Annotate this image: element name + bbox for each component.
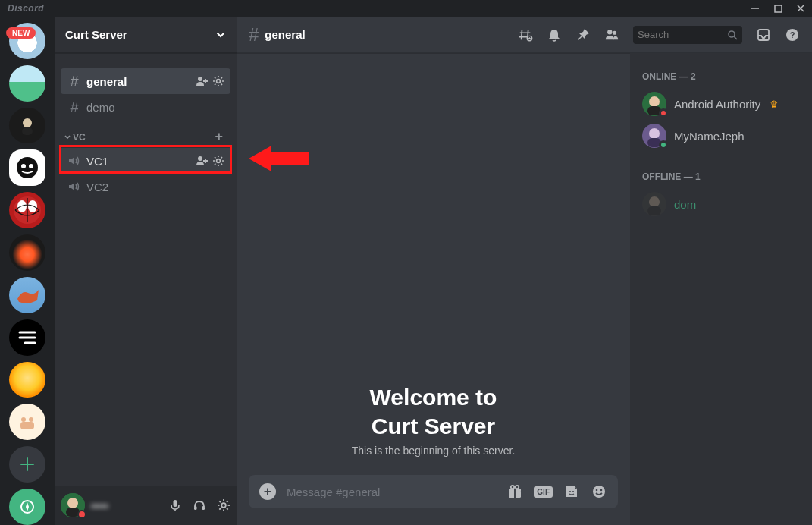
server-icon[interactable] (9, 319, 45, 356)
svg-rect-38 (194, 506, 197, 510)
svg-point-50 (607, 30, 612, 34)
avatar (642, 92, 666, 116)
text-channel-general[interactable]: # general (61, 68, 230, 94)
welcome-line2: Curt Server (372, 413, 495, 439)
member-name: Android Authority (674, 98, 760, 111)
search-input[interactable] (638, 29, 724, 40)
user-avatar[interactable] (61, 493, 85, 517)
avatar (642, 124, 666, 148)
user-name: ••••• (91, 500, 108, 511)
online-header: ONLINE — 2 (636, 68, 806, 88)
svg-point-69 (649, 128, 660, 139)
server-list: NEW (0, 17, 55, 525)
svg-text:?: ? (790, 30, 795, 39)
new-badge: NEW (6, 27, 36, 39)
status-dnd-icon (77, 510, 86, 519)
chat-area: Welcome toCurt Server This is the beginn… (237, 53, 630, 525)
add-channel-button[interactable]: + (215, 129, 227, 145)
svg-line-33 (221, 157, 222, 158)
gear-icon[interactable] (212, 155, 224, 167)
window-close-icon[interactable] (795, 3, 806, 14)
server-icon[interactable] (9, 277, 45, 313)
svg-rect-10 (20, 422, 34, 429)
svg-point-66 (600, 489, 603, 492)
server-icon[interactable] (9, 192, 45, 228)
headset-icon[interactable] (193, 498, 206, 512)
gear-icon[interactable] (217, 498, 230, 512)
bell-icon[interactable] (547, 27, 562, 42)
svg-point-35 (67, 498, 78, 508)
svg-point-14 (198, 77, 202, 81)
member-row[interactable]: MyNameJeph (636, 120, 806, 152)
inbox-icon[interactable] (756, 27, 771, 42)
sticker-icon[interactable] (563, 483, 580, 500)
window-minimize-icon[interactable] (750, 3, 760, 14)
invite-icon[interactable] (196, 155, 208, 167)
speaker-icon (67, 154, 82, 168)
search-box[interactable] (633, 26, 742, 44)
emoji-icon[interactable] (591, 483, 607, 500)
svg-point-9 (28, 200, 37, 212)
category-header-vc[interactable]: VC + (61, 120, 230, 148)
server-header[interactable]: Curt Server (55, 17, 237, 53)
chevron-down-icon (64, 134, 71, 141)
server-name: Curt Server (65, 28, 127, 41)
voice-channel-vc2[interactable]: VC2 (61, 174, 230, 200)
help-icon[interactable]: ? (785, 27, 800, 42)
svg-line-30 (215, 157, 215, 158)
svg-point-8 (17, 200, 27, 212)
svg-point-25 (217, 159, 221, 163)
server-icon[interactable] (9, 404, 45, 440)
pin-icon[interactable] (575, 27, 591, 42)
svg-line-47 (219, 508, 221, 510)
svg-rect-3 (22, 127, 33, 135)
svg-rect-59 (514, 489, 516, 498)
member-row[interactable]: Android Authority ♛ (636, 88, 806, 120)
svg-line-32 (215, 164, 215, 165)
search-icon (727, 30, 738, 40)
server-icon[interactable] (9, 65, 45, 102)
gear-icon[interactable] (212, 75, 224, 87)
app-title: Discord (8, 3, 44, 14)
svg-point-40 (221, 503, 226, 508)
members-icon[interactable] (604, 27, 619, 42)
svg-point-6 (29, 164, 33, 168)
explore-servers-button[interactable] (9, 489, 45, 525)
gift-icon[interactable] (506, 483, 523, 500)
status-dnd-icon (659, 108, 668, 118)
crown-icon: ♛ (770, 99, 779, 110)
members-panel: ONLINE — 2 Android Authority ♛ MyNameJep… (630, 53, 812, 525)
member-name: dom (674, 198, 696, 211)
member-row[interactable]: dom (636, 188, 806, 220)
attach-button[interactable]: + (259, 483, 276, 500)
svg-line-20 (215, 77, 215, 78)
svg-point-65 (596, 489, 598, 492)
svg-point-60 (511, 486, 514, 489)
threads-icon[interactable] (518, 27, 533, 42)
gif-button[interactable]: GIF (534, 486, 553, 498)
svg-line-23 (221, 77, 222, 78)
server-icon[interactable] (9, 234, 45, 271)
server-icon[interactable] (9, 149, 45, 186)
add-server-button[interactable] (9, 446, 45, 483)
window-maximize-icon[interactable] (773, 3, 783, 14)
invite-icon[interactable] (196, 75, 208, 87)
channel-name: general (265, 28, 305, 41)
voice-channel-vc1[interactable]: VC1 (61, 148, 230, 174)
member-name: MyNameJeph (674, 130, 745, 143)
svg-rect-37 (174, 500, 177, 507)
channel-label: VC2 (86, 181, 224, 193)
channel-label: general (86, 75, 191, 88)
message-input[interactable] (287, 486, 496, 498)
svg-line-53 (734, 36, 737, 39)
svg-rect-72 (647, 206, 661, 215)
text-channel-demo[interactable]: # demo (61, 94, 230, 120)
channel-label: VC1 (86, 155, 191, 168)
mic-icon[interactable] (168, 498, 182, 512)
speaker-icon (67, 180, 82, 193)
server-icon[interactable] (9, 362, 45, 398)
chat-input[interactable]: + GIF (249, 475, 618, 508)
svg-point-4 (17, 157, 38, 178)
avatar (642, 192, 666, 216)
server-icon[interactable] (9, 108, 45, 144)
